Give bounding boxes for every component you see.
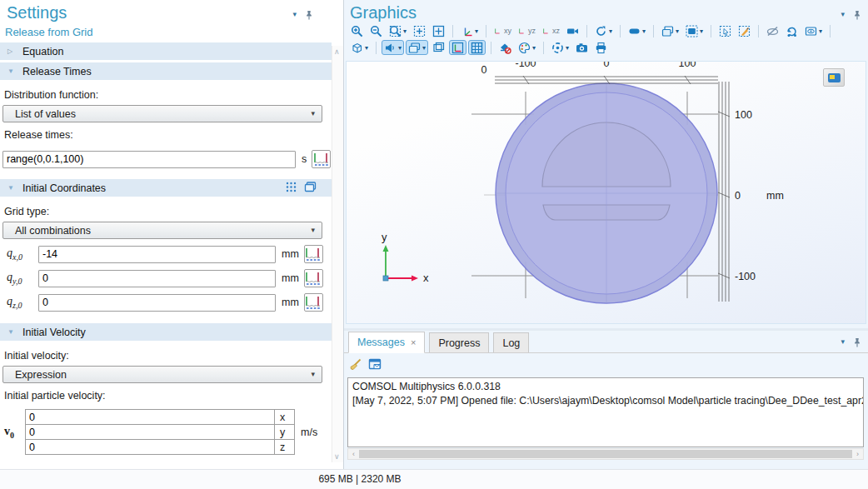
graphics-canvas[interactable]: 0 -100 0 100 100 0 - <box>346 61 866 324</box>
comsol-window: Settings ▾ Release from Grid ▷ Equation … <box>0 0 868 489</box>
image-tools-button[interactable]: ▾ <box>683 23 706 38</box>
qz0-unit: mm <box>282 297 299 308</box>
settings-title: Settings <box>0 0 332 22</box>
range-helper-icon <box>305 294 322 311</box>
reset-hiding-button[interactable] <box>783 23 801 38</box>
section-equation[interactable]: ▷ Equation <box>0 42 332 60</box>
zoom-extents-button[interactable] <box>411 23 428 38</box>
section-release-times[interactable]: ▼ Release Times <box>0 62 332 80</box>
qx0-row: qx,0 mm <box>7 245 332 263</box>
grid-type-select[interactable]: All combinations ▾ <box>2 222 322 239</box>
release-times-unit: s <box>302 153 307 165</box>
right-ruler-unit: mm <box>766 190 784 202</box>
print-button[interactable] <box>592 40 610 55</box>
rotate-button[interactable]: ▾ <box>592 23 615 38</box>
hide-selected-button[interactable] <box>764 23 781 38</box>
distribution-function-label: Distribution function: <box>0 82 332 105</box>
headlight-button[interactable]: ▾ <box>626 23 648 38</box>
view-xy-button[interactable]: xy <box>491 23 514 38</box>
fit-window-button[interactable] <box>430 23 447 38</box>
scene-view-icon <box>805 25 817 37</box>
qx0-input[interactable] <box>38 246 276 263</box>
scene-view-button[interactable]: ▾ <box>802 23 825 38</box>
settings-menu-caret-icon[interactable]: ▾ <box>292 10 297 20</box>
clear-messages-icon[interactable] <box>349 357 362 371</box>
graphics-menu-caret-icon[interactable]: ▾ <box>841 10 845 20</box>
scroll-right-icon[interactable]: › <box>852 449 863 459</box>
log-line: COMSOL Multiphysics 6.0.0.318 <box>352 380 859 394</box>
pin-icon[interactable] <box>305 10 313 20</box>
range-helper-button[interactable] <box>304 245 323 263</box>
default-view-button[interactable] <box>823 68 845 87</box>
view-yz-icon <box>518 25 527 37</box>
pin-icon[interactable] <box>853 337 861 347</box>
distribution-function-select[interactable]: List of values ▾ <box>2 105 322 122</box>
select-box-button[interactable] <box>716 23 734 38</box>
color-palette-icon <box>518 42 531 54</box>
snapshot-button[interactable] <box>573 40 591 55</box>
graphics-panel: Graphics ▾ ▾ ▾ xy yz xz <box>344 0 868 328</box>
update-plot-icon <box>551 42 564 54</box>
messages-hscrollbar[interactable]: ‹ › <box>347 448 864 460</box>
show-grid-icon <box>471 42 483 54</box>
expand-arrow-icon: ▼ <box>7 184 22 192</box>
open-log-window-icon[interactable] <box>368 357 382 371</box>
zoom-in-icon <box>351 25 363 37</box>
environment-button[interactable]: ▾ <box>659 23 681 38</box>
messages-menu-caret-icon[interactable]: ▾ <box>841 337 845 347</box>
show-axis-icon <box>451 42 464 54</box>
initial-velocity-label: Initial velocity: <box>0 343 332 366</box>
wireframe-button[interactable] <box>430 40 447 55</box>
grid-points-icon[interactable] <box>285 181 297 193</box>
range-helper-button[interactable] <box>304 269 323 287</box>
pin-icon[interactable] <box>853 10 861 20</box>
zoom-selected-button[interactable] <box>736 23 753 38</box>
color-palette-button[interactable]: ▾ <box>516 40 538 55</box>
camera-view-button[interactable] <box>564 23 581 38</box>
scroll-down-icon[interactable]: ∨ <box>334 452 340 461</box>
range-helper-icon <box>305 246 322 262</box>
close-icon[interactable]: × <box>411 337 416 347</box>
scroll-up-icon[interactable]: ∧ <box>334 47 340 56</box>
v0x-input[interactable] <box>26 410 274 424</box>
copy-window-icon[interactable] <box>304 181 317 193</box>
remove-plot-button[interactable] <box>496 40 514 55</box>
messages-log[interactable]: COMSOL Multiphysics 6.0.0.318 [May 7, 20… <box>347 377 864 447</box>
view-yz-button[interactable]: yz <box>516 23 538 38</box>
scroll-left-icon[interactable]: ‹ <box>348 449 359 459</box>
update-plot-button[interactable]: ▾ <box>549 40 571 55</box>
go-to-view-button[interactable]: ▾ <box>458 23 481 38</box>
scrollbar-thumb[interactable] <box>359 450 852 458</box>
appearance-button[interactable]: ▾ <box>406 40 428 55</box>
zoom-in-button[interactable] <box>348 23 366 38</box>
tab-messages[interactable]: Messages × <box>348 332 425 353</box>
release-times-input[interactable] <box>2 151 296 168</box>
section-initial-coordinates[interactable]: ▼ Initial Coordinates <box>0 179 332 197</box>
qz0-input[interactable] <box>38 294 276 312</box>
y-axis-label: y <box>382 231 387 243</box>
initial-velocity-select[interactable]: Expression ▾ <box>2 366 322 383</box>
velocity-unit: m/s <box>301 427 317 438</box>
rotate-icon <box>595 25 607 37</box>
tab-log[interactable]: Log <box>493 332 529 352</box>
show-grid-button[interactable] <box>468 40 486 55</box>
zoom-box-button[interactable]: ▾ <box>387 23 409 38</box>
log-line: [May 7, 2022, 5:07 PM] Opened file: C:\U… <box>352 394 859 408</box>
range-helper-button[interactable] <box>304 293 323 312</box>
settings-scrollbar[interactable]: ∧ ∨ <box>332 46 343 462</box>
zoom-out-button[interactable] <box>367 23 385 38</box>
v0z-input[interactable] <box>26 440 274 454</box>
transparency-button[interactable]: ▾ <box>348 40 371 55</box>
snapshot-icon <box>576 42 588 54</box>
tab-progress[interactable]: Progress <box>429 332 489 352</box>
show-axis-button[interactable] <box>449 40 466 55</box>
sound-button[interactable]: ▾ <box>382 40 404 55</box>
section-initial-velocity[interactable]: ▼ Initial Velocity <box>0 323 332 341</box>
right-ruler-label: -100 <box>735 271 756 282</box>
view-xz-button[interactable]: xz <box>540 23 562 38</box>
view-xz-icon <box>542 25 551 37</box>
qy0-input[interactable] <box>38 270 276 287</box>
v0y-input[interactable] <box>26 425 274 439</box>
print-icon <box>595 42 607 54</box>
range-helper-button[interactable] <box>312 150 331 168</box>
